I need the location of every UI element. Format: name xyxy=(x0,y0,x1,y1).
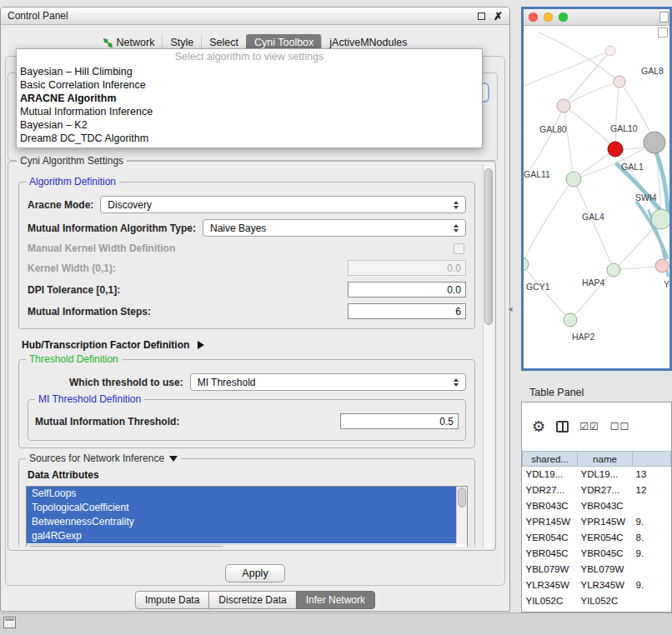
bottom-tab-discretize-data[interactable]: Discretize Data xyxy=(208,591,296,609)
table-row[interactable]: YPR145WYPR145W9. xyxy=(523,514,671,530)
manual-kernel-checkbox[interactable] xyxy=(454,243,464,254)
algorithm-option-mutual-information-inference[interactable]: Mutual Information Inference xyxy=(17,105,482,118)
table-cell[interactable]: YIL052C xyxy=(578,593,633,609)
table-cell[interactable]: 9. xyxy=(633,578,671,593)
column-header[interactable] xyxy=(633,452,671,467)
table-cell[interactable]: YIL052C xyxy=(523,593,578,609)
table-cell[interactable]: YER054C xyxy=(523,530,578,546)
network-edge[interactable] xyxy=(564,51,610,106)
column-selector-icon[interactable] xyxy=(556,421,569,432)
column-header[interactable]: name xyxy=(578,452,633,467)
table-row[interactable]: YIL052CYIL052C xyxy=(523,593,671,609)
attribute-item-selfloops[interactable]: SelfLoops xyxy=(27,487,456,501)
table-cell[interactable]: YBR045C xyxy=(578,546,633,562)
table-cell[interactable]: YDL19... xyxy=(578,467,633,482)
mi-steps-input[interactable]: 6 xyxy=(348,303,466,319)
network-edge[interactable] xyxy=(564,82,619,106)
settings-scrollbar[interactable] xyxy=(483,163,494,548)
network-node-gal80[interactable] xyxy=(557,99,570,112)
list-hscrollbar[interactable] xyxy=(27,544,456,547)
algorithm-option-bayesian-k2[interactable]: Bayesian – K2 xyxy=(17,118,482,132)
table-cell[interactable]: YBR043C xyxy=(578,498,633,514)
network-node-gal8[interactable] xyxy=(614,76,625,88)
table-cell[interactable] xyxy=(633,562,671,578)
scrollbar-thumb[interactable] xyxy=(458,488,466,508)
table-row[interactable]: YBR043CYBR043C xyxy=(523,498,671,514)
table-cell[interactable]: YPR145W xyxy=(578,514,633,530)
table-cell[interactable]: 9. xyxy=(633,546,671,562)
table-cell[interactable]: YLR345W xyxy=(578,578,633,593)
attribute-item-gal4rgexp[interactable]: gal4RGexp xyxy=(27,529,456,543)
apply-button[interactable]: Apply xyxy=(225,564,285,582)
table-cell[interactable]: YLR345W xyxy=(523,578,578,593)
bottom-tab-infer-network[interactable]: Infer Network xyxy=(296,591,375,609)
table-cell[interactable]: YPR145W xyxy=(523,514,578,530)
network-node-gal1[interactable] xyxy=(644,132,665,153)
scrollbar-thumb[interactable] xyxy=(28,546,225,547)
table-cell[interactable]: 12 xyxy=(633,482,671,498)
network-edge[interactable] xyxy=(524,179,574,264)
which-threshold-combo[interactable]: MI Threshold xyxy=(190,373,466,391)
table-cell[interactable]: YBR045C xyxy=(523,546,578,562)
network-node-swi4[interactable] xyxy=(651,209,669,229)
table-cell[interactable]: 9. xyxy=(633,514,671,530)
table-cell[interactable]: 8. xyxy=(633,530,671,546)
dpi-tolerance-input[interactable]: 0.0 xyxy=(348,282,466,298)
table-cell[interactable]: YER054C xyxy=(578,530,633,546)
network-edge[interactable] xyxy=(615,82,619,149)
table-row[interactable]: YER054CYER054C8. xyxy=(523,530,671,546)
table-cell[interactable]: 13 xyxy=(633,467,671,482)
minimize-traffic-light[interactable] xyxy=(544,12,553,22)
network-node-right-pink[interactable] xyxy=(655,259,669,272)
table-cell[interactable] xyxy=(633,593,671,609)
table-row[interactable]: YDR27...YDR27...12 xyxy=(523,482,671,498)
network-node-gal10[interactable] xyxy=(608,142,623,157)
network-edge[interactable] xyxy=(614,266,662,270)
minimized-panel-icon[interactable] xyxy=(3,617,16,628)
network-node-hap2[interactable] xyxy=(564,313,577,327)
table-cell[interactable]: YBR043C xyxy=(523,498,578,514)
control-panel-titlebar[interactable]: Control Panel ✗ xyxy=(1,8,509,25)
kernel-width-input[interactable]: 0.0 xyxy=(348,260,466,276)
network-graph[interactable]: GAL8GAL80GAL10GAL11GAL1SWI4GAL4GCY1HAP4H… xyxy=(524,26,669,368)
table-cell[interactable]: YBL079W xyxy=(523,562,578,578)
network-edge[interactable] xyxy=(524,264,570,320)
algorithm-option-aracne-algorithm[interactable]: ARACNE Algorithm xyxy=(17,92,482,105)
sources-toggle[interactable]: Sources for Network Inference xyxy=(26,452,181,464)
deselect-all-icon[interactable]: ☐☐ xyxy=(610,421,630,432)
gear-icon[interactable]: ⚙ xyxy=(532,419,545,434)
column-header[interactable]: shared... xyxy=(523,452,578,467)
table-row[interactable]: YBL079WYBL079W xyxy=(523,562,671,578)
algorithm-option-basic-correlation-inference[interactable]: Basic Correlation Inference xyxy=(17,78,482,92)
list-vscrollbar[interactable] xyxy=(456,487,467,544)
select-all-icon[interactable]: ☑☑ xyxy=(579,421,599,432)
network-edge[interactable] xyxy=(539,32,619,82)
attribute-item-betweennesscentrality[interactable]: BetweennessCentrality xyxy=(27,515,456,529)
network-node-hap4[interactable] xyxy=(607,263,620,277)
zoom-traffic-light[interactable] xyxy=(559,12,568,22)
table-cell[interactable] xyxy=(633,498,671,514)
table-cell[interactable]: YDL19... xyxy=(523,467,578,482)
mi-type-combo[interactable]: Naive Bayes xyxy=(203,219,466,237)
bottom-tab-impute-data[interactable]: Impute Data xyxy=(135,591,209,609)
network-edge[interactable] xyxy=(524,51,610,86)
algorithm-option-dream8-dc-tdc-algorithm[interactable]: Dream8 DC_TDC Algorithm xyxy=(17,132,482,145)
table-cell[interactable]: YDR27... xyxy=(578,482,633,498)
table-cell[interactable]: YDR27... xyxy=(523,482,578,498)
overview-toggle[interactable] xyxy=(658,28,668,38)
hub-definition-toggle[interactable]: Hub/Transcription Factor Definition xyxy=(22,339,475,351)
algorithm-option-bayesian-hill-climbing[interactable]: Bayesian – Hill Climbing xyxy=(17,65,482,78)
table-cell[interactable]: YBL079W xyxy=(578,562,633,578)
network-edge[interactable] xyxy=(564,106,574,179)
aracne-mode-combo[interactable]: Discovery xyxy=(100,196,466,213)
network-node-gcy1[interactable] xyxy=(524,258,529,271)
network-node-top-faint[interactable] xyxy=(605,46,615,56)
close-traffic-light[interactable] xyxy=(529,12,538,22)
mi-threshold-input[interactable]: 0.5 xyxy=(340,413,459,429)
network-titlebar[interactable] xyxy=(524,9,669,26)
network-canvas[interactable]: GAL8GAL80GAL10GAL11GAL1SWI4GAL4GCY1HAP4H… xyxy=(524,26,669,368)
table-row[interactable]: YDL19...YDL19...13 xyxy=(523,467,671,482)
network-edge[interactable] xyxy=(564,106,615,149)
attribute-item-topologicalcoefficient[interactable]: TopologicalCoefficient xyxy=(27,501,456,515)
table-row[interactable]: YLR345WYLR345W9. xyxy=(523,578,671,593)
